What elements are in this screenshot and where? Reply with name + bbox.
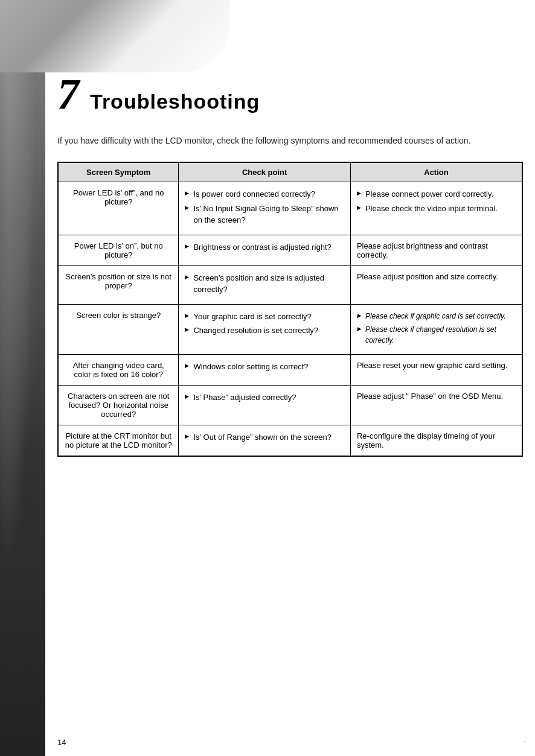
check-cell: Is power cord connected correctly?Is’ No… [179,182,351,235]
main-content: 7 Troubleshooting If you have difficulty… [57,72,523,738]
chapter-number: 7 [57,72,79,116]
check-item: Your graphic card is set correctly? [185,311,344,323]
top-banner [0,0,229,72]
troubleshooting-table: Screen Symptom Check point Action Power … [57,162,523,457]
check-item: Windows color setting is correct? [185,361,344,373]
chapter-title: Troubleshooting [90,90,260,113]
action-cell: Please check if graphic card is set corr… [350,304,522,354]
symptom-cell: Screen color is strange? [58,304,179,354]
page-dot: . [524,735,526,744]
check-cell: Is’ Out of Range” shown on the screen? [179,425,351,456]
action-item: Please check the video input terminal. [357,203,516,215]
table-row: Screen’s position or size is not proper?… [58,265,522,304]
action-item: Please connect power cord correctly. [357,188,516,200]
action-cell: Re-configure the display timeing of your… [350,425,522,456]
table-row: After changing video card, color is fixe… [58,354,522,385]
symptom-cell: Picture at the CRT monitor but no pictur… [58,425,179,456]
symptom-cell: Power LED is’ on”, but no picture? [58,235,179,265]
check-item: Brightness or contrast is adjusted right… [185,241,344,253]
check-cell: Brightness or contrast is adjusted right… [179,235,351,265]
check-item: Is power cord connected correctly? [185,188,344,200]
table-row: Power LED is’ on”, but no picture?Bright… [58,235,522,265]
action-cell: Please adjust position and size correctl… [350,265,522,304]
action-item: Please check if changed resolution is se… [357,324,516,346]
col-header-action: Action [350,162,522,182]
intro-text: If you have difficulty with the LCD moni… [57,134,523,147]
check-item: Is’ Phase” adjusted correctly? [185,392,344,404]
table-row: Picture at the CRT monitor but no pictur… [58,425,522,456]
check-item: Is’ Out of Range” shown on the screen? [185,431,344,443]
table-row: Characters on screen are not focused? Or… [58,385,522,425]
chapter-heading: 7 Troubleshooting [57,72,523,116]
action-cell: Please connect power cord correctly.Plea… [350,182,522,235]
symptom-cell: Characters on screen are not focused? Or… [58,385,179,425]
action-cell: Please reset your new graphic card setti… [350,354,522,385]
action-item: Please check if graphic card is set corr… [357,311,516,322]
symptom-cell: Power LED is’ off”, and no picture? [58,182,179,235]
col-header-check: Check point [179,162,351,182]
symptom-cell: After changing video card, color is fixe… [58,354,179,385]
top-banner-inner [0,0,229,72]
page-number: 14 [57,738,66,747]
symptom-cell: Screen’s position or size is not proper? [58,265,179,304]
check-cell: Screen’s position and size is adjusted c… [179,265,351,304]
check-item: Changed resolution is set correctly? [185,325,344,337]
check-item: Is’ No Input Signal Going to Sleep” show… [185,203,344,226]
action-cell: Please adjust brightness and contrast co… [350,235,522,265]
action-cell: Please adjust “ Phase” on the OSD Menu. [350,385,522,425]
check-cell: Your graphic card is set correctly?Chang… [179,304,351,354]
table-row: Screen color is strange?Your graphic car… [58,304,522,354]
sidebar-decoration [0,0,45,756]
table-row: Power LED is’ off”, and no picture?Is po… [58,182,522,235]
check-cell: Is’ Phase” adjusted correctly? [179,385,351,425]
col-header-symptom: Screen Symptom [58,162,179,182]
check-item: Screen’s position and size is adjusted c… [185,272,344,296]
check-cell: Windows color setting is correct? [179,354,351,385]
